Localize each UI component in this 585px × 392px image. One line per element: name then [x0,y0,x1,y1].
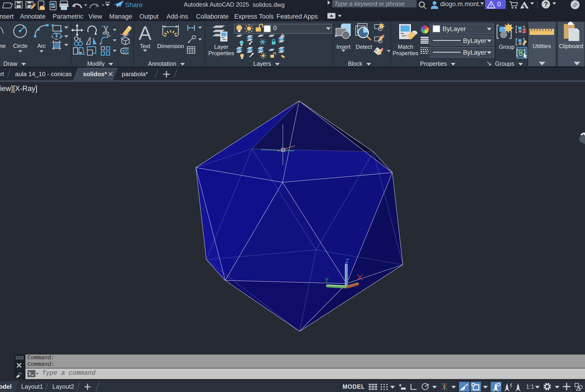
svg-text:1:1: 1:1 [526,383,534,390]
svg-text:A: A [139,22,152,44]
